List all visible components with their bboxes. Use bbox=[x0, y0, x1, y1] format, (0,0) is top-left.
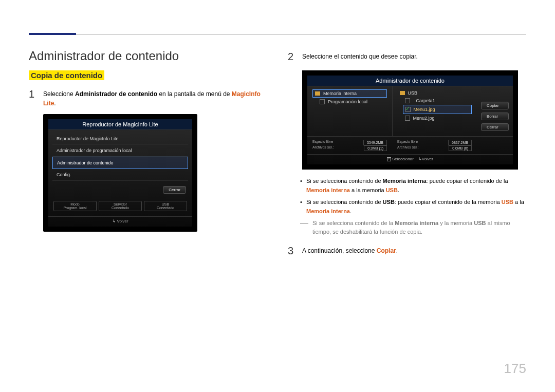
shot2-title: Administrador de contenido bbox=[307, 76, 513, 86]
step-text: Seleccione el contenido que desee copiar… bbox=[302, 49, 418, 64]
stats-left: Espacio libre3549.2MB Archivos sel.:0.3M… bbox=[307, 137, 392, 154]
step-3: 3 A continuación, seleccione Copiar. bbox=[288, 243, 526, 258]
checkbox-icon[interactable] bbox=[320, 99, 325, 104]
shot1-title: Reproductor de MagicInfo Lite bbox=[48, 119, 192, 130]
screenshot-content-manager: Administrador de contenido Memoria inter… bbox=[302, 70, 518, 170]
panel-internal: Memoria interna Programación local bbox=[307, 86, 392, 136]
checkbox-icon[interactable] bbox=[405, 98, 410, 103]
menu-item[interactable]: Config. bbox=[52, 169, 188, 181]
page-number: 175 bbox=[504, 361, 526, 377]
right-column: 2 Seleccione el contenido que desee copi… bbox=[288, 49, 526, 265]
list-item[interactable]: Carpeta1 bbox=[403, 97, 472, 105]
menu-item[interactable]: Administrador de programación local bbox=[52, 145, 188, 157]
step-text: Seleccione Administrador de contenido en… bbox=[43, 86, 267, 108]
info-cell: ServidorConectado bbox=[99, 201, 142, 211]
bullet-item: Si se selecciona contenido de Memoria in… bbox=[300, 177, 526, 195]
subheading: Copia de contenido bbox=[29, 70, 104, 80]
page-body: Administrador de contenido Copia de cont… bbox=[29, 49, 526, 265]
heading: Administrador de contenido bbox=[29, 49, 267, 63]
note: Si se selecciona contenido de la Memoria… bbox=[288, 219, 526, 236]
list-item[interactable]: Programación local bbox=[318, 98, 387, 106]
folder-icon bbox=[315, 91, 320, 96]
step-text: A continuación, seleccione Copiar. bbox=[302, 243, 398, 258]
stats-right: Espacio libre6837.2MB Archivos sel.:0.0M… bbox=[392, 137, 477, 154]
info-cell: USBConectado bbox=[144, 201, 187, 211]
return-icon: ↲ bbox=[112, 219, 116, 223]
return-icon: ↲ bbox=[418, 157, 422, 161]
rule-accent bbox=[29, 33, 76, 35]
menu-item-active[interactable]: Administrador de contenido bbox=[52, 157, 188, 169]
side-buttons: Copiar Borrar Cerrar bbox=[477, 86, 513, 136]
shot1-footer: ↲ Volver bbox=[48, 216, 192, 227]
bullet-list: Si se selecciona contenido de Memoria in… bbox=[288, 177, 526, 216]
rule-top bbox=[29, 34, 526, 34]
tab-internal[interactable]: Memoria interna bbox=[312, 89, 387, 98]
step-1: 1 Seleccione Administrador de contenido … bbox=[29, 86, 267, 108]
delete-button[interactable]: Borrar bbox=[481, 113, 509, 120]
shot2-footer: Seleccionar ↲Volver bbox=[307, 154, 513, 164]
select-icon bbox=[387, 157, 391, 161]
menu-item[interactable]: Reproductor de MagicInfo Lite bbox=[52, 133, 188, 145]
list-item-selected[interactable]: Menu1.jpg bbox=[403, 105, 472, 114]
shot2-panels: Memoria interna Programación local USB C… bbox=[307, 86, 513, 136]
close-button[interactable]: Cerrar bbox=[481, 123, 509, 131]
panel-usb: USB Carpeta1 Menu1.jpg Menu2.jpg bbox=[392, 86, 477, 136]
shot2-stats: Espacio libre3549.2MB Archivos sel.:0.3M… bbox=[307, 136, 513, 154]
shot1-info-grid: ModoProgram. local ServidorConectado USB… bbox=[48, 198, 192, 216]
shot1-button-row: Cerrar bbox=[48, 184, 192, 198]
close-button[interactable]: Cerrar bbox=[163, 186, 186, 194]
left-column: Administrador de contenido Copia de cont… bbox=[29, 49, 267, 265]
info-cell: ModoProgram. local bbox=[53, 201, 97, 211]
note-text: Si se selecciona contenido de la Memoria… bbox=[312, 219, 526, 236]
shot1-menu: Reproductor de MagicInfo Lite Administra… bbox=[48, 130, 192, 184]
step-2: 2 Seleccione el contenido que desee copi… bbox=[288, 49, 526, 64]
screenshot-player-menu: Reproductor de MagicInfo Lite Reproducto… bbox=[43, 114, 197, 232]
checkbox-icon[interactable] bbox=[405, 116, 410, 121]
back-label: Volver bbox=[117, 219, 128, 223]
folder-icon bbox=[400, 91, 405, 95]
tab-usb[interactable]: USB bbox=[398, 89, 472, 97]
checkbox-checked-icon[interactable] bbox=[405, 107, 411, 112]
step-number: 3 bbox=[288, 243, 295, 258]
step-number: 2 bbox=[288, 49, 295, 64]
bullet-item: Si se selecciona contenido de USB: puede… bbox=[300, 198, 526, 216]
step-number: 1 bbox=[29, 86, 36, 108]
copy-button[interactable]: Copiar bbox=[481, 102, 509, 109]
list-item[interactable]: Menu2.jpg bbox=[403, 114, 472, 122]
note-dash-icon bbox=[300, 223, 308, 223]
